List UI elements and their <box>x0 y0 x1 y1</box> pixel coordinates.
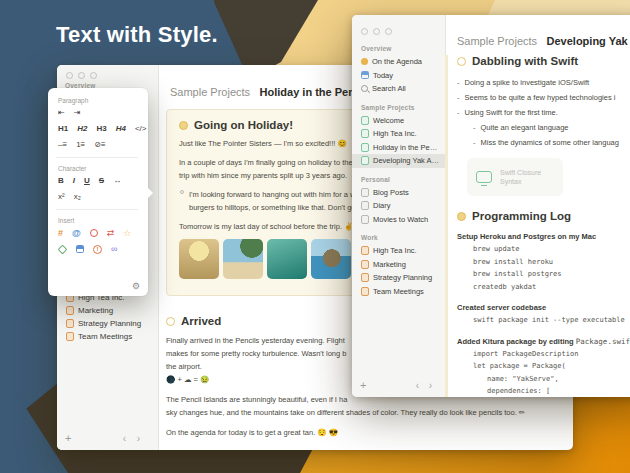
sidebar-item-movies-to-watch[interactable]: Movies to Watch <box>352 213 445 227</box>
sidebar-item-high-tea[interactable]: High Tea Inc. <box>352 127 445 141</box>
list-item: -Seems to be quite a few hyped technolog… <box>457 90 630 105</box>
note-programming-log: Programming Log <box>457 210 630 222</box>
sidebar-item-on-the-agenda[interactable]: On the Agenda <box>352 55 445 69</box>
reminder-alarm-icon[interactable] <box>90 229 98 237</box>
sidebar-item-blog-posts[interactable]: Blog Posts <box>352 186 445 200</box>
code-line: let package = Package( <box>457 360 630 373</box>
sidebar-item-today[interactable]: Today <box>352 69 445 83</box>
sidebar-item-work-team-meetings[interactable]: Team Meetings <box>352 285 445 299</box>
note-icon <box>361 116 369 125</box>
note-title: Dabbling with Swift <box>472 55 578 67</box>
breadcrumb-project[interactable]: Sample Projects <box>457 35 537 47</box>
sidebar-item-developing-yak-selected[interactable]: Developing Yak A… <box>352 154 445 168</box>
sidebar-item-strategy-planning[interactable]: Strategy Planning <box>57 317 158 330</box>
heading4-button[interactable]: H4 <box>116 124 126 134</box>
heading1-button[interactable]: H1 <box>58 124 68 134</box>
photo-thumbnail-palm-beach[interactable] <box>223 239 263 279</box>
monitor-icon <box>476 171 492 183</box>
note-title: Arrived <box>181 315 221 327</box>
photo-thumbnail-jungle-lagoon[interactable] <box>267 239 307 279</box>
sidebar-item-team-meetings[interactable]: Team Meetings <box>57 330 158 343</box>
breadcrumb-project[interactable]: Sample Projects <box>170 86 250 98</box>
search-icon <box>361 85 368 92</box>
attachment-swift-closure-syntax[interactable]: Swift Closure Syntax <box>467 158 563 196</box>
zoom-button[interactable] <box>385 28 392 35</box>
mention-icon[interactable]: @ <box>72 228 81 238</box>
add-project-button[interactable]: + <box>65 432 71 444</box>
back-button[interactable]: ‹ <box>123 433 126 444</box>
agenda-dot-icon <box>361 58 368 65</box>
swap-arrows-icon[interactable]: ⇄ <box>107 228 115 238</box>
note-status-dot-icon[interactable] <box>457 212 466 221</box>
folder-icon <box>361 260 369 269</box>
note-status-dot-icon[interactable] <box>179 121 188 130</box>
close-button[interactable] <box>361 28 368 35</box>
code-line: swift package init --type executable <box>457 314 630 327</box>
underline-button[interactable]: U <box>84 176 90 186</box>
bold-button[interactable]: B <box>58 176 64 186</box>
heading3-button[interactable]: H3 <box>96 124 106 134</box>
note-card-edge <box>445 55 448 397</box>
log-heading: Created server codebase <box>457 301 630 314</box>
note-status-dot-icon[interactable] <box>457 57 466 66</box>
photo-thumbnail-retro-poster[interactable] <box>179 239 219 279</box>
note-status-dot-icon[interactable] <box>166 317 175 326</box>
close-button[interactable] <box>66 72 73 79</box>
italic-button[interactable]: I <box>73 176 75 186</box>
heading2-button[interactable]: H2 <box>77 124 87 134</box>
log-heading: Setup Heroku and Postgres on my Mac <box>457 230 630 243</box>
sidebar-item-holiday-pencil[interactable]: Holiday in the Pe… <box>352 141 445 155</box>
folder-icon <box>66 319 74 328</box>
remove-list-icon[interactable]: ⊘≡ <box>94 140 105 150</box>
list-item: -Using Swift for the first time. <box>457 105 630 120</box>
folder-icon <box>361 287 369 296</box>
minimize-button[interactable] <box>78 72 85 79</box>
letter-spacing-button[interactable]: ↔ <box>113 176 121 186</box>
code-line: createdb yakdat <box>457 281 630 294</box>
note-dabbling-with-swift: Dabbling with Swift <box>457 55 630 67</box>
traffic-lights <box>66 72 97 79</box>
breadcrumb: Sample Projects Developing Yak A <box>457 31 630 49</box>
divider <box>56 209 138 210</box>
sidebar-item-search-all[interactable]: Search All <box>352 82 445 96</box>
sidebar-footer: + ‹ › <box>352 379 445 393</box>
important-icon[interactable]: ! <box>93 245 102 254</box>
sidebar-item-diary[interactable]: Diary <box>352 199 445 213</box>
star-icon[interactable]: ☆ <box>123 228 131 238</box>
hash-tag-icon[interactable]: # <box>58 228 63 238</box>
superscript-button[interactable]: x² <box>58 192 65 202</box>
breadcrumb: Sample Projects Holiday in the Pencil <box>170 82 367 100</box>
list-item: -Doing a spike to investigate iOS/Swift <box>457 75 630 90</box>
photo-thumbnail-island-bay[interactable] <box>311 239 351 279</box>
code-block-button[interactable]: </> <box>135 124 147 134</box>
add-project-button[interactable]: + <box>360 379 366 391</box>
note-title: Programming Log <box>472 210 571 222</box>
minimize-button[interactable] <box>373 28 380 35</box>
note-icon <box>361 129 369 138</box>
log-heading: Added Kitura package by editing Package.… <box>457 335 630 348</box>
forward-button[interactable]: › <box>137 433 140 444</box>
numbered-list-icon[interactable]: 1≡ <box>76 140 85 150</box>
inline-code: Package.swift <box>576 337 630 346</box>
sidebar-item-welcome[interactable]: Welcome <box>352 114 445 128</box>
sidebar-item-work-marketing[interactable]: Marketing <box>352 258 445 272</box>
note-icon <box>361 188 369 197</box>
back-button[interactable]: ‹ <box>416 380 419 391</box>
code-line: name: "YakServe", <box>457 373 630 386</box>
zoom-button[interactable] <box>90 72 97 79</box>
forward-button[interactable]: › <box>429 380 432 391</box>
strikethrough-button[interactable]: S <box>99 176 104 186</box>
event-calendar-icon[interactable] <box>76 245 84 253</box>
sidebar-item-work-high-tea[interactable]: High Tea Inc. <box>352 244 445 258</box>
gear-settings-icon[interactable]: ⚙ <box>132 281 140 291</box>
hero-headline: Text with Style. <box>56 22 218 48</box>
subscript-button[interactable]: x₂ <box>74 192 81 202</box>
link-icon[interactable]: ∞ <box>111 244 117 254</box>
increase-indent-icon[interactable]: ⇥ <box>74 108 81 118</box>
sidebar-item-marketing[interactable]: Marketing <box>57 304 158 317</box>
page-title: Developing Yak A <box>547 35 630 47</box>
decrease-indent-icon[interactable]: ⇤ <box>58 108 65 118</box>
sidebar-item-work-strategy[interactable]: Strategy Planning <box>352 271 445 285</box>
tag-icon[interactable] <box>58 244 68 254</box>
dash-list-icon[interactable]: ‒≡ <box>58 140 67 150</box>
